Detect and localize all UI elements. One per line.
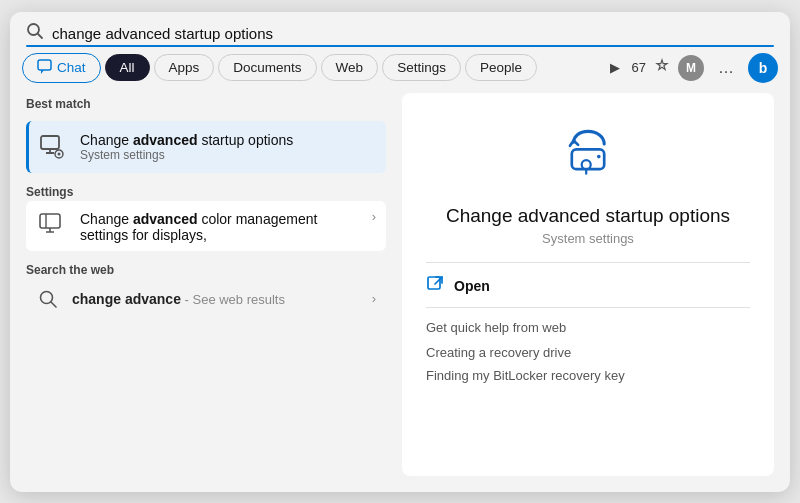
score-icon (654, 58, 670, 77)
svg-rect-2 (38, 60, 51, 70)
web-section-label: Search the web (26, 263, 386, 277)
right-link-2[interactable]: Finding my BitLocker recovery key (426, 368, 750, 383)
tab-chat[interactable]: Chat (22, 53, 101, 83)
right-panel-divider2 (426, 307, 750, 308)
settings-item-arrow-icon: › (372, 209, 376, 224)
svg-rect-8 (40, 214, 60, 228)
svg-point-0 (28, 24, 39, 35)
svg-rect-3 (41, 136, 59, 149)
bing-icon[interactable]: b (748, 53, 778, 83)
settings-item-title: Change advanced color management setting… (80, 211, 360, 243)
web-item-text: change advance - See web results (72, 291, 360, 307)
svg-line-19 (435, 277, 442, 284)
svg-line-1 (38, 34, 42, 38)
search-icon (26, 22, 44, 45)
best-match-label: Best match (26, 97, 386, 111)
right-panel-open-action[interactable]: Open (426, 275, 750, 297)
left-panel: Best match Change advanced start (26, 93, 386, 476)
chat-icon (37, 59, 52, 77)
tab-apps-label: Apps (169, 60, 200, 75)
tab-extras: ▶ 67 M … b (606, 53, 778, 83)
right-panel: Change advanced startup options System s… (402, 93, 774, 476)
tab-documents[interactable]: Documents (218, 54, 316, 81)
tab-people[interactable]: People (465, 54, 537, 81)
right-link-1[interactable]: Creating a recovery drive (426, 345, 750, 360)
tab-apps[interactable]: Apps (154, 54, 215, 81)
right-panel-icon-area (426, 117, 750, 189)
web-item-arrow-icon: › (372, 291, 376, 306)
web-section: Search the web change advance - See web … (26, 259, 386, 319)
tab-documents-label: Documents (233, 60, 301, 75)
quick-help-label: Get quick help from web (426, 320, 750, 335)
open-button[interactable]: Open (454, 278, 490, 294)
tab-settings[interactable]: Settings (382, 54, 461, 81)
settings-item[interactable]: Change advanced color management setting… (26, 201, 386, 251)
right-panel-divider (426, 262, 750, 263)
tab-web[interactable]: Web (321, 54, 379, 81)
settings-section: Settings Change advanced color m (26, 181, 386, 251)
right-panel-subtitle: System settings (426, 231, 750, 246)
best-match-subtitle: System settings (80, 148, 376, 162)
right-panel-title: Change advanced startup options (426, 205, 750, 227)
best-match-item[interactable]: Change advanced startup options System s… (26, 121, 386, 173)
search-bar-row (10, 12, 790, 45)
more-options-icon[interactable]: … (712, 57, 740, 79)
main-content: Best match Change advanced start (10, 83, 790, 492)
tab-chat-label: Chat (57, 60, 86, 75)
svg-point-15 (582, 160, 591, 169)
startup-options-icon (552, 117, 624, 189)
tab-all-label: All (120, 60, 135, 75)
tab-settings-label: Settings (397, 60, 446, 75)
web-item[interactable]: change advance - See web results › (26, 279, 386, 319)
best-match-text: Change advanced startup options System s… (80, 132, 376, 162)
settings-item-text: Change advanced color management setting… (80, 209, 360, 243)
settings-item-icon (36, 209, 68, 241)
svg-rect-18 (428, 277, 440, 289)
svg-point-7 (58, 152, 61, 155)
search-window: Chat All Apps Documents Web Settings Peo… (10, 12, 790, 492)
search-score: 67 (632, 60, 646, 75)
best-match-icon (36, 131, 68, 163)
search-input[interactable] (52, 25, 774, 42)
user-avatar[interactable]: M (678, 55, 704, 81)
svg-rect-14 (572, 149, 604, 169)
settings-section-label: Settings (26, 185, 386, 199)
tab-people-label: People (480, 60, 522, 75)
svg-point-17 (597, 154, 601, 158)
tabs-row: Chat All Apps Documents Web Settings Peo… (10, 47, 790, 83)
tab-web-label: Web (336, 60, 364, 75)
tab-next-arrow-icon[interactable]: ▶ (606, 56, 624, 79)
svg-line-13 (51, 302, 56, 307)
tab-all[interactable]: All (105, 54, 150, 81)
open-external-icon (426, 275, 444, 297)
best-match-title: Change advanced startup options (80, 132, 376, 148)
web-item-sub: - See web results (181, 292, 285, 307)
web-search-icon (36, 287, 60, 311)
